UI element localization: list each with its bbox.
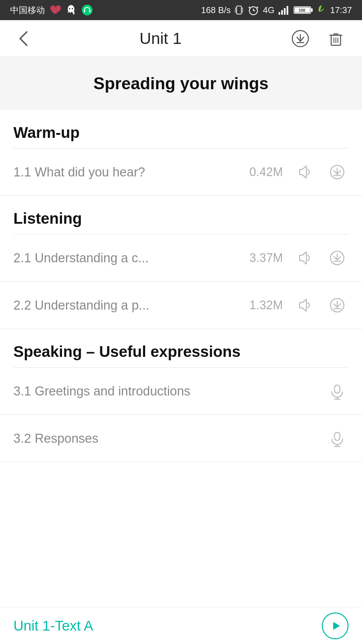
item-1-1-title: 1.1 What did you hear?	[13, 165, 145, 179]
download-circle-icon	[328, 297, 346, 314]
item-2-1-play-button[interactable]	[293, 247, 316, 269]
carrier-label: 中国移动	[10, 4, 45, 16]
status-right: 168 B/s 4G 100 17:37	[201, 4, 352, 16]
svg-rect-13	[279, 12, 280, 15]
svg-rect-8	[235, 7, 236, 13]
section-warmup-header: Warm-up	[0, 110, 362, 148]
time-label: 17:37	[330, 5, 352, 15]
unit-header: Spreading your wings	[0, 57, 362, 110]
list-item: 2.2 Understanding a p... 1.32M	[0, 282, 362, 329]
speaker-icon	[296, 163, 313, 181]
section-speaking-title: Speaking – Useful expressions	[13, 343, 241, 360]
download-circle-icon	[328, 163, 346, 181]
bottom-text: Unit 1-Text A	[13, 618, 93, 634]
section-listening-title: Listening	[13, 210, 82, 227]
battery-icon: 100	[293, 4, 313, 16]
health-icon	[49, 4, 61, 16]
svg-rect-9	[242, 7, 243, 13]
item-3-1-right	[326, 380, 349, 402]
list-item: 3.1 Greetings and introductions	[0, 368, 362, 415]
svg-text:100: 100	[299, 8, 305, 13]
item-2-1-download-button[interactable]	[326, 247, 349, 269]
play-button[interactable]	[322, 612, 349, 639]
nav-actions	[288, 26, 349, 51]
item-2-2-left: 2.2 Understanding a p...	[13, 298, 249, 313]
item-2-1-size: 3.37M	[249, 251, 283, 265]
bottom-bar: Unit 1-Text A	[0, 607, 362, 644]
speaker-icon	[296, 297, 313, 314]
item-3-2-right	[326, 427, 349, 450]
trash-icon	[326, 29, 345, 48]
svg-point-2	[69, 8, 70, 9]
svg-rect-5	[84, 10, 85, 12]
item-2-1-right: 3.37M	[249, 247, 349, 269]
status-left: 中国移动	[10, 4, 93, 16]
back-button[interactable]	[13, 25, 34, 52]
leaf-icon	[317, 4, 327, 16]
item-2-2-download-button[interactable]	[326, 294, 349, 317]
download-icon	[291, 29, 310, 48]
speaker-icon	[296, 249, 313, 267]
svg-rect-14	[281, 10, 283, 15]
svg-rect-41	[335, 432, 340, 440]
alarm-icon	[247, 4, 259, 16]
list-item: 1.1 What did you hear? 0.42M	[0, 149, 362, 196]
item-3-2-left: 3.2 Responses	[13, 431, 326, 446]
svg-point-4	[82, 5, 93, 15]
item-2-2-title: 2.2 Understanding a p...	[13, 298, 149, 313]
svg-rect-16	[287, 6, 288, 15]
download-circle-icon	[328, 249, 346, 267]
item-3-1-left: 3.1 Greetings and introductions	[13, 384, 326, 398]
item-1-1-download-button[interactable]	[326, 161, 349, 183]
signal-icon	[278, 4, 290, 16]
download-button[interactable]	[288, 26, 313, 51]
item-2-2-play-button[interactable]	[293, 294, 316, 317]
status-bar: 中国移动 168 B/s 4G	[0, 0, 362, 20]
svg-rect-38	[335, 385, 340, 393]
page-title: Unit 1	[139, 29, 181, 48]
headphone-icon	[81, 4, 93, 16]
item-2-1-left: 2.1 Understanding a c...	[13, 251, 249, 265]
svg-rect-6	[89, 10, 90, 12]
svg-marker-44	[333, 622, 340, 630]
play-icon	[328, 619, 343, 633]
list-item: 3.2 Responses	[0, 415, 362, 462]
delete-button[interactable]	[323, 26, 349, 51]
list-item: 2.1 Understanding a c... 3.37M	[0, 234, 362, 282]
item-2-1-title: 2.1 Understanding a c...	[13, 251, 148, 265]
network-label: 4G	[263, 5, 275, 15]
item-3-1-title: 3.1 Greetings and introductions	[13, 384, 190, 398]
unit-subtitle: Spreading your wings	[94, 74, 268, 93]
section-speaking-header: Speaking – Useful expressions	[0, 329, 362, 367]
item-1-1-left: 1.1 What did you hear?	[13, 165, 249, 179]
item-1-1-play-button[interactable]	[293, 161, 316, 183]
item-3-2-title: 3.2 Responses	[13, 431, 99, 446]
item-2-2-size: 1.32M	[249, 298, 283, 312]
item-1-1-size: 0.42M	[249, 165, 283, 179]
microphone-icon	[328, 382, 346, 400]
microphone-icon	[328, 430, 346, 447]
section-listening-header: Listening	[0, 196, 362, 234]
item-1-1-right: 0.42M	[249, 161, 349, 183]
svg-rect-15	[284, 8, 286, 15]
speed-label: 168 B/s	[201, 5, 231, 15]
svg-point-3	[72, 8, 73, 9]
nav-bar: Unit 1	[0, 20, 362, 57]
item-2-2-right: 1.32M	[249, 294, 349, 317]
item-3-1-mic-button[interactable]	[326, 380, 349, 402]
item-3-2-mic-button[interactable]	[326, 427, 349, 450]
section-warmup-title: Warm-up	[13, 124, 80, 141]
vibrate-icon	[234, 4, 244, 16]
ghost-icon	[65, 4, 77, 16]
svg-rect-7	[237, 6, 241, 14]
svg-rect-18	[311, 8, 313, 12]
content-area: Warm-up 1.1 What did you hear? 0.42M	[0, 110, 362, 462]
